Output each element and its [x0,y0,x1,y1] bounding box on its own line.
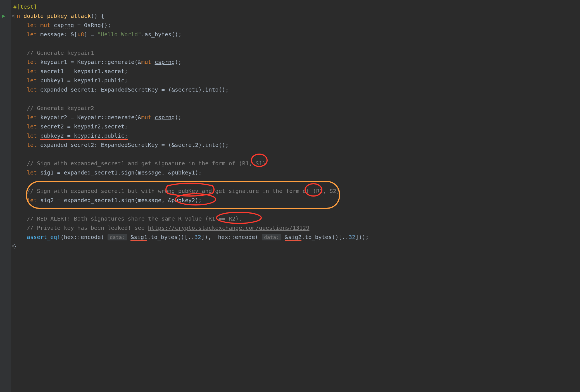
kw-let: let [27,77,40,84]
kw-fn: fn [13,13,23,19]
csprng-ref-2: csprng [155,114,175,121]
kw-mut: mut [40,22,54,28]
test-attribute: #[test] [13,3,37,10]
link-stackexchange[interactable]: https://crypto.stackexchange.com/questio… [148,224,309,231]
message-tail: .as_bytes(); [141,31,182,38]
message-decl-b: ] = [84,31,98,38]
sp2 [281,234,285,240]
sig1-line: sig1 = expanded_secret1.sign(message, &p… [40,169,202,176]
type-u8: u8 [77,31,84,38]
comment-sign2: // Sign with expanded_secret1 but with w… [27,188,340,194]
string-literal: "Hello World" [98,31,141,38]
secret2: secret2 = keypair2.secret; [40,123,128,130]
comment-red-alert: // RED ALERT! Both signatures share the … [27,215,242,222]
comment-sign1: // Sign with expanded_secret1 and get si… [27,160,266,167]
pubkey2-underlined: pubkey2 = keypair2.public; [40,132,128,140]
expanded2: expanded_secret2: ExpandedSecretKey = (&… [40,142,229,148]
var-csprng: csprng [54,22,74,28]
kw-let: let [27,22,40,28]
run-test-icon[interactable]: ▶ [2,11,5,20]
assert-d: .to_bytes()[.. [301,234,349,240]
kw-let: let [27,197,40,204]
expanded1: expanded_secret1: ExpandedSecretKey = (&… [40,86,229,93]
code-area[interactable]: #[test] fn double_pubkey_attack() { let … [11,0,580,251]
sig2-a: sig2 = expanded_secret1.sign(message, [40,197,168,204]
fold-close-icon[interactable]: ⊟ [12,242,14,251]
gutter: ▶ [0,0,11,392]
keypair2-b: ); [175,114,182,121]
fn-name: double_pubkey_attack [23,13,91,19]
sp1 [127,234,130,240]
num-32-b: 32 [349,234,355,240]
inlay-hint-data-2: data: [262,234,281,240]
csprng-ref: csprng [155,59,175,65]
comment-keypair1: // Generate keypair1 [27,49,94,56]
kw-let: let [27,68,40,75]
kw-mut: mut [141,114,154,121]
kw-let: let [27,31,40,38]
assert-a: (hex::encode( [60,234,108,240]
fn-params: () { [91,13,104,19]
kw-let: let [27,114,40,121]
message-decl-a: message: &[ [40,31,77,38]
comment-leak: // Private key has been leaked! see [27,224,148,231]
kw-let: let [27,132,40,139]
keypair2-a: keypair2 = Keypair::generate(& [40,114,141,121]
kw-let: let [27,86,40,93]
assert-b: .to_bytes()[.. [147,234,194,240]
kw-let: let [27,142,40,148]
assert-c: ]), hex::encode( [201,234,262,240]
kw-mut: mut [141,59,154,65]
secret1: secret1 = keypair1.secret; [40,68,128,75]
csprng-init: = OsRng{}; [74,22,111,28]
inlay-hint-data-1: data: [108,234,127,240]
sig1-ref: &sig1 [130,234,147,241]
sig2-b: &pubkey2); [168,197,202,204]
keypair1-a: keypair1 = Keypair::generate(& [40,59,141,65]
kw-let: let [27,59,40,65]
kw-let: let [27,123,40,130]
sig2-ref: &sig2 [285,234,301,241]
num-32-a: 32 [194,234,201,240]
assert-eq-macro: assert_eq! [27,234,60,240]
pubkey1: pubkey1 = keypair1.public; [40,77,128,84]
assert-e: ])); [355,234,369,240]
comment-keypair2: // Generate keypair2 [27,105,94,111]
keypair1-b: ); [175,59,182,65]
editor-viewport: ▶ ⊟ #[test] fn double_pubkey_attack() { … [0,0,580,392]
kw-let: let [27,169,40,176]
